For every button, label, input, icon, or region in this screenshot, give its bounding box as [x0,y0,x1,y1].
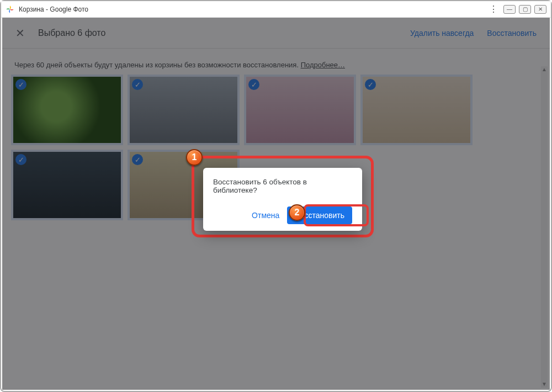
check-icon[interactable]: ✓ [132,154,143,165]
check-icon[interactable]: ✓ [132,79,143,90]
restore-dialog: Восстановить 6 объектов в библиотеке? От… [203,168,362,231]
thumbnail[interactable]: ✓ [246,77,354,143]
annotation-marker-1: 1 [186,149,203,166]
notice-text: Через 60 дней объекты будут удалены из к… [14,61,301,69]
dialog-actions: Отмена Восстановить [213,206,352,224]
maximize-button[interactable]: ▢ [519,5,531,14]
close-selection-icon[interactable]: ✕ [15,27,25,40]
window-title: Корзина - Google Фото [19,6,488,13]
window-frame: Корзина - Google Фото ⋮ — ▢ ✕ ✕ Выбрано … [0,0,552,392]
trash-notice: Через 60 дней объекты будут удалены из к… [14,61,538,69]
check-icon[interactable]: ✓ [15,79,26,90]
photo-placeholder [363,77,470,143]
annotation-marker-2: 2 [289,204,305,221]
close-window-button[interactable]: ✕ [534,5,546,14]
photo-placeholder [246,77,354,143]
check-icon[interactable]: ✓ [365,79,376,90]
scroll-down-icon[interactable]: ▼ [541,381,548,388]
delete-forever-button[interactable]: Удалить навсегда [410,29,474,38]
selection-header: ✕ Выбрано 6 фото Удалить навсегда Восста… [2,18,550,49]
photo-placeholder [13,77,121,143]
google-photos-icon [6,5,14,14]
selection-count: Выбрано 6 фото [38,28,397,38]
restore-button[interactable]: Восстановить [487,29,537,38]
titlebar: Корзина - Google Фото ⋮ — ▢ ✕ [1,1,551,18]
photo-placeholder [130,77,237,143]
cancel-button[interactable]: Отмена [250,208,282,223]
dialog-message: Восстановить 6 объектов в библиотеке? [213,178,352,194]
scrollbar[interactable]: ▲ ▼ [541,66,548,388]
check-icon[interactable]: ✓ [15,154,26,165]
scroll-up-icon[interactable]: ▲ [541,66,548,73]
more-menu-icon[interactable]: ⋮ [488,4,499,15]
thumbnail[interactable]: ✓ [13,77,121,143]
thumbnail[interactable]: ✓ [363,77,470,143]
notice-more-link[interactable]: Подробнее… [301,61,345,69]
check-icon[interactable]: ✓ [248,79,259,90]
thumbnail[interactable]: ✓ [130,77,237,143]
thumbnail[interactable]: ✓ [13,152,121,218]
window-controls: — ▢ ✕ [503,5,546,14]
minimize-button[interactable]: — [503,5,516,14]
photo-placeholder [13,152,121,218]
